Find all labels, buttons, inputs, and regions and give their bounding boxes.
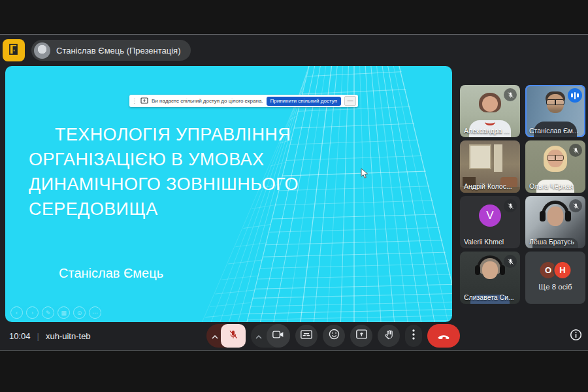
slide-title-line: ТЕХНОЛОГІЯ УПРАВЛІННЯ bbox=[29, 122, 310, 147]
mic-off-icon bbox=[504, 88, 517, 101]
camera-control-group bbox=[251, 324, 290, 348]
raise-hand-button[interactable] bbox=[378, 325, 400, 347]
participant-tile[interactable]: Андрій Колос... bbox=[460, 140, 520, 193]
slide-title: ТЕХНОЛОГІЯ УПРАВЛІННЯ ОРГАНІЗАЦІЄЮ В УМО… bbox=[29, 122, 310, 221]
slide-title-line: ОРГАНІЗАЦІЄЮ В УМОВАХ bbox=[29, 147, 310, 172]
overflow-avatars: O H bbox=[540, 262, 571, 278]
mic-mute-button[interactable] bbox=[221, 324, 246, 348]
participant-tile-speaking[interactable]: Станіслав Єм... bbox=[525, 85, 585, 137]
overflow-count-label: Ще 8 осіб bbox=[525, 283, 585, 291]
participant-tile[interactable]: Лёша Братусь bbox=[525, 196, 585, 248]
participant-name: Андрій Колос... bbox=[464, 182, 512, 190]
audio-level-icon bbox=[568, 88, 582, 103]
chevron-up-icon bbox=[255, 330, 262, 342]
person-graphic bbox=[565, 211, 571, 221]
clock-time: 10:04 bbox=[9, 331, 31, 341]
camera-options-button[interactable] bbox=[251, 330, 267, 342]
mic-off-icon bbox=[504, 255, 517, 268]
participant-name: Станіслав Єм... bbox=[529, 127, 578, 135]
more-controls-icon[interactable]: ⋯ bbox=[89, 306, 101, 319]
person-graphic bbox=[500, 265, 505, 275]
pen-icon[interactable]: ✎ bbox=[42, 306, 54, 319]
divider: | bbox=[37, 331, 39, 341]
bottom-bar: 10:04 | xuh-uitn-teb bbox=[0, 321, 588, 350]
cursor-icon bbox=[361, 168, 369, 182]
participant-name: Єлизавета Си... bbox=[464, 293, 514, 301]
camera-button[interactable] bbox=[267, 324, 290, 348]
camera-icon bbox=[272, 330, 284, 342]
room-graphic bbox=[469, 144, 491, 169]
info-icon bbox=[570, 329, 582, 344]
present-button[interactable] bbox=[350, 325, 372, 347]
more-vert-icon bbox=[412, 329, 415, 342]
person-graphic bbox=[546, 99, 564, 105]
captions-button[interactable] bbox=[295, 325, 318, 347]
captions-icon bbox=[301, 330, 312, 342]
slide-author: Станіслав Ємець bbox=[59, 266, 163, 281]
presenter-avatar bbox=[34, 42, 50, 59]
person-graphic bbox=[540, 211, 546, 221]
participant-name: Ольга Чёрная bbox=[529, 182, 574, 190]
avatar: H bbox=[555, 262, 571, 278]
next-slide-icon[interactable]: › bbox=[26, 306, 39, 319]
zoom-icon[interactable]: ⊙ bbox=[73, 306, 86, 319]
person-graphic bbox=[477, 255, 503, 269]
screen-share-bar: ⋮ Ви надаєте спільний доступ до цілого е… bbox=[129, 95, 358, 107]
mic-off-icon bbox=[569, 144, 582, 157]
participant-tile[interactable]: Ольга Чёрная bbox=[525, 140, 585, 193]
end-call-icon bbox=[437, 330, 450, 342]
participant-name: Александра ... bbox=[464, 127, 510, 135]
participant-name: Лёша Братусь bbox=[529, 238, 574, 246]
top-bar: Станіслав Ємець (Презентація) bbox=[0, 35, 588, 66]
mic-off-icon bbox=[569, 199, 582, 212]
presentation-controls: ‹ › ✎ ▦ ⊙ ⋯ bbox=[10, 306, 101, 319]
drag-handle-icon[interactable]: ⋮ bbox=[131, 98, 137, 105]
meeting-code: xuh-uitn-teb bbox=[46, 331, 91, 341]
raise-hand-icon bbox=[384, 329, 394, 342]
prev-slide-icon[interactable]: ‹ bbox=[10, 306, 23, 319]
person-graphic bbox=[485, 118, 495, 125]
stop-share-button[interactable]: Припинити спільний доступ bbox=[267, 97, 341, 106]
presenter-pill[interactable]: Станіслав Ємець (Презентація) bbox=[31, 40, 191, 61]
share-message: Ви надаєте спільний доступ до цілого екр… bbox=[152, 98, 263, 104]
participant-tile[interactable]: Александра ... bbox=[460, 85, 520, 137]
more-options-button[interactable] bbox=[405, 325, 422, 347]
avatar: V bbox=[479, 204, 501, 227]
participant-tile[interactable]: Єлизавета Си... bbox=[460, 252, 520, 304]
reactions-button[interactable] bbox=[323, 325, 345, 347]
door-icon bbox=[8, 43, 20, 58]
slide-title-line: ДИНАМІЧНОГО ЗОВНІШНЬОГО bbox=[29, 172, 310, 197]
present-icon bbox=[356, 329, 367, 342]
chevron-up-icon bbox=[212, 330, 218, 342]
end-call-button[interactable] bbox=[427, 324, 460, 348]
shared-screen-slide: ТЕХНОЛОГІЯ УПРАВЛІННЯ ОРГАНІЗАЦІЄЮ В УМО… bbox=[5, 66, 452, 322]
call-controls bbox=[206, 323, 460, 348]
screen-share-icon bbox=[140, 95, 148, 107]
person-graphic bbox=[482, 96, 498, 112]
person-graphic bbox=[547, 155, 564, 161]
meeting-info: 10:04 | xuh-uitn-teb bbox=[9, 331, 91, 341]
presenter-pill-label: Станіслав Ємець (Презентація) bbox=[56, 46, 180, 56]
mic-off-icon bbox=[228, 329, 238, 342]
participant-name: Valerii Khmel bbox=[464, 238, 504, 246]
participants-grid: Александра ... Станіслав Єм... Андрій Ко… bbox=[460, 85, 585, 304]
overflow-tile[interactable]: O H Ще 8 осіб bbox=[525, 252, 585, 304]
meeting-details-button[interactable] bbox=[568, 329, 583, 343]
mic-off-icon bbox=[504, 199, 517, 212]
person-graphic bbox=[475, 265, 480, 275]
meet-window: Станіслав Ємець (Презентація) ТЕХНОЛОГІЯ… bbox=[0, 34, 588, 351]
mic-control-group bbox=[206, 324, 246, 348]
room-graphic bbox=[494, 144, 502, 172]
participant-tile[interactable]: V Valerii Khmel bbox=[460, 196, 520, 248]
grid-icon[interactable]: ▦ bbox=[57, 306, 70, 319]
screenshot-root: { "top_bar": { "presenter_pill": "Станіс… bbox=[0, 0, 588, 392]
emoji-icon bbox=[329, 329, 340, 342]
minimize-share-button[interactable]: — bbox=[344, 96, 356, 106]
slide-title-line: СЕРЕДОВИЩА bbox=[29, 197, 310, 221]
presenting-badge[interactable] bbox=[3, 39, 25, 61]
